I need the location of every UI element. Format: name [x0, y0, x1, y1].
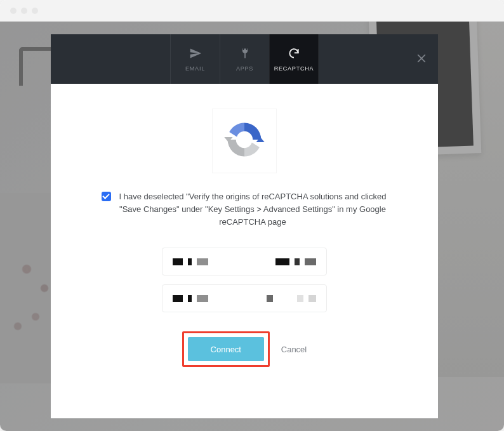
cancel-button[interactable]: Cancel [281, 345, 307, 354]
redacted-text [295, 258, 300, 265]
browser-titlebar [0, 0, 504, 22]
button-row: Connect Cancel [182, 331, 307, 367]
tab-email-label: EMAIL [185, 65, 205, 72]
window-dot [10, 8, 17, 14]
refresh-icon [288, 47, 300, 61]
redacted-text [305, 258, 316, 265]
redacted-text [308, 295, 316, 302]
modal-header: EMAIL APPS RECAPTCHA [51, 34, 438, 84]
site-key-input[interactable] [162, 248, 327, 275]
redacted-text [275, 258, 289, 265]
browser-window: EMAIL APPS RECAPTCHA [0, 0, 504, 431]
tab-recaptcha[interactable]: RECAPTCHA [269, 34, 319, 84]
window-dot [21, 8, 27, 14]
consent-text: I have deselected "Verify the origins of… [118, 190, 387, 229]
secret-key-input[interactable] [162, 284, 327, 312]
highlight-ring: Connect [182, 331, 270, 367]
redacted-text [197, 258, 208, 265]
redacted-text [188, 258, 192, 265]
settings-modal: EMAIL APPS RECAPTCHA [51, 34, 438, 418]
consent-row: I have deselected "Verify the origins of… [83, 190, 406, 229]
viewport: EMAIL APPS RECAPTCHA [0, 22, 504, 431]
connect-button[interactable]: Connect [188, 337, 264, 361]
redacted-text [173, 295, 183, 302]
recaptcha-icon [223, 119, 265, 163]
redacted-text [173, 258, 183, 265]
tab-apps[interactable]: APPS [220, 34, 269, 84]
modal-tabs: EMAIL APPS RECAPTCHA [170, 34, 319, 84]
tab-apps-label: APPS [236, 65, 253, 72]
tab-recaptcha-label: RECAPTCHA [274, 65, 314, 72]
consent-checkbox[interactable] [102, 192, 111, 201]
paper-plane-icon [189, 47, 202, 61]
close-button[interactable] [415, 52, 428, 65]
recaptcha-logo [213, 109, 276, 173]
redacted-text [297, 295, 303, 302]
redacted-text [197, 295, 208, 302]
close-icon [415, 56, 428, 67]
redacted-text [267, 295, 273, 302]
plug-icon [239, 47, 251, 61]
tab-email[interactable]: EMAIL [170, 34, 220, 84]
modal-body: I have deselected "Verify the origins of… [51, 84, 438, 418]
window-dot [32, 8, 38, 14]
redacted-text [188, 295, 192, 302]
